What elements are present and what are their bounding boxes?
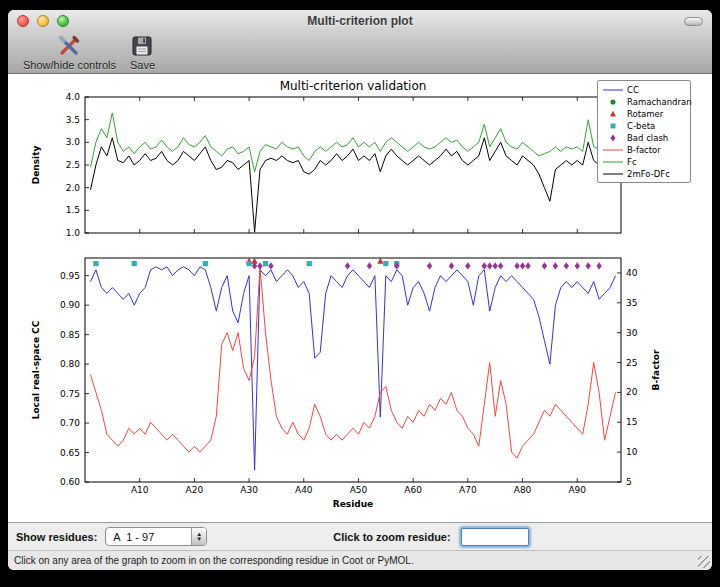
marker-c-beta	[383, 261, 388, 266]
zoom-residue-label: Click to zoom residue:	[333, 531, 450, 543]
resize-grip[interactable]	[698, 556, 710, 568]
plot-text: 15	[626, 417, 637, 427]
legend-label: C-beta	[627, 121, 655, 131]
plot-text: A50	[350, 485, 368, 495]
marker-bad-clash	[575, 262, 580, 269]
plot-text: 3.0	[66, 137, 81, 147]
plot-text: A60	[404, 485, 422, 495]
plot-text: A90	[568, 485, 586, 495]
show-hide-controls-button[interactable]: Show/hide controls	[16, 32, 123, 73]
legend-label: Fc	[627, 157, 637, 167]
save-icon	[130, 34, 154, 58]
legend-marker-sample	[602, 133, 624, 143]
plot-text: 1.0	[66, 228, 81, 238]
plot-text: 0.90	[60, 300, 80, 310]
zoom-residue-input[interactable]	[461, 528, 529, 546]
legend-label: 2mFo-DFc	[627, 169, 670, 179]
figure-area: 1.01.52.02.53.03.54.00.600.650.700.750.8…	[8, 74, 712, 522]
marker-rotamer	[377, 258, 383, 264]
legend-entry-b-factor: B-factor	[602, 144, 686, 156]
plot-text: 3.5	[66, 115, 80, 125]
marker-c-beta	[93, 261, 98, 266]
plot-text: Local real-space CC	[31, 320, 41, 419]
residue-range-value: A 1 - 97	[106, 528, 191, 545]
legend-marker-sample	[602, 121, 624, 131]
legend-entry-rotamer: Rotamer	[602, 108, 686, 120]
legend-marker-sample	[602, 97, 624, 107]
legend-label: Bad clash	[627, 133, 668, 143]
marker-bad-clash	[493, 262, 498, 269]
status-text: Click on any area of the graph to zoom i…	[14, 555, 414, 566]
legend-entry-bad-clash: Bad clash	[602, 132, 686, 144]
axes-frame	[85, 258, 621, 482]
toolbar-item-label: Show/hide controls	[23, 59, 116, 71]
stepper-arrows-icon[interactable]: ▲▼	[191, 528, 206, 545]
plot-text: A30	[240, 485, 258, 495]
legend-label: CC	[627, 85, 639, 95]
marker-c-beta	[263, 261, 268, 266]
title-bar[interactable]: Multi-criterion plot	[8, 10, 712, 32]
legend-entry-cc: CC	[602, 84, 686, 96]
legend-label: Rotamer	[627, 109, 663, 119]
marker-bad-clash	[427, 262, 432, 269]
plot-text: A80	[514, 485, 532, 495]
marker-bad-clash	[257, 262, 262, 269]
plot-text: B-factor	[651, 349, 661, 390]
plot-text: 0.70	[60, 418, 80, 428]
plot-text: Multi-criterion validation	[280, 79, 427, 93]
toolbar-toggle-button[interactable]	[684, 17, 703, 26]
marker-bad-clash	[553, 262, 558, 269]
legend-entry-fc: Fc	[602, 156, 686, 168]
plot-text: 0.80	[60, 359, 80, 369]
marker-bad-clash	[514, 262, 519, 269]
residue-range-select[interactable]: A 1 - 97 ▲▼	[105, 527, 207, 546]
marker-bad-clash	[487, 262, 492, 269]
plot-text: 4.0	[66, 92, 81, 102]
marker-bad-clash	[498, 262, 503, 269]
plot-text: 1.5	[66, 205, 80, 215]
plot-text: 2.0	[66, 183, 81, 193]
plot-text: 0.95	[60, 271, 80, 281]
plot-text: A40	[295, 485, 313, 495]
marker-bad-clash	[345, 262, 350, 269]
marker-bad-clash	[482, 262, 487, 269]
marker-bad-clash	[465, 262, 470, 269]
legend-entry-2mfo-dfc: 2mFo-DFc	[602, 168, 686, 180]
marker-bad-clash	[585, 262, 590, 269]
tools-icon	[57, 34, 81, 58]
marker-bad-clash	[367, 262, 372, 269]
plot-text: 0.60	[60, 477, 80, 487]
plot-text: 25	[626, 358, 637, 368]
legend-label: Ramachandran	[627, 97, 692, 107]
plot-text: 0.65	[60, 448, 80, 458]
marker-c-beta	[246, 261, 251, 266]
controls-bar: Show residues: A 1 - 97 ▲▼ Click to zoom…	[8, 522, 712, 550]
series-B-factor	[91, 267, 616, 458]
plot-text: 20	[626, 387, 638, 397]
plot-text: 35	[626, 298, 637, 308]
axes-frame	[85, 97, 621, 233]
multi-criterion-plot-window: Multi-criterion plot Show/hide controls	[8, 10, 712, 570]
marker-c-beta	[203, 261, 208, 266]
marker-bad-clash	[449, 262, 454, 269]
legend-marker-sample	[602, 109, 624, 119]
plot-text: A70	[459, 485, 477, 495]
legend-entry-c-beta: C-beta	[602, 120, 686, 132]
marker-bad-clash	[268, 262, 273, 269]
legend-label: B-factor	[627, 145, 661, 155]
plot-legend: CCRamachandranRotamerC-betaBad clashB-fa…	[597, 80, 691, 183]
plot-text: 40	[626, 268, 638, 278]
series-CC	[91, 267, 616, 470]
plot-text: A10	[131, 485, 149, 495]
save-button[interactable]: Save	[123, 32, 162, 73]
marker-bad-clash	[525, 262, 530, 269]
plot-text: 5	[626, 477, 632, 487]
marker-c-beta	[307, 261, 312, 266]
series-2mFo-DFc	[91, 138, 616, 232]
marker-bad-clash	[596, 262, 601, 269]
legend-line-sample	[602, 169, 624, 179]
toolbar-item-label: Save	[130, 59, 155, 71]
legend-entry-ramachandran: Ramachandran	[602, 96, 686, 108]
legend-line-sample	[602, 145, 624, 155]
plot-text: Density	[31, 146, 41, 185]
